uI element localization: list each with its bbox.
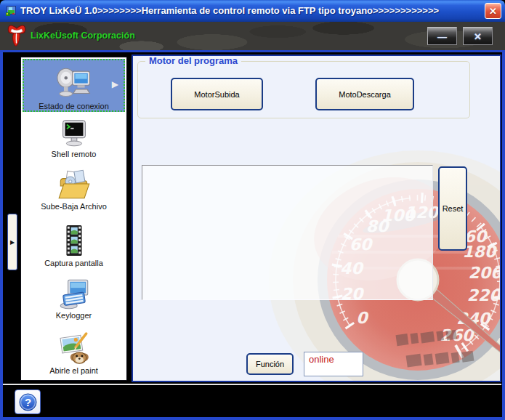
sidebar-item-captura-pantalla[interactable]: Captura pantalla xyxy=(23,219,125,267)
sidebar-item-label: Estado de conexion xyxy=(39,102,109,110)
titlebar: TROY LixKeÜ 1.0>>>>>>>>Herramienta de co… xyxy=(0,0,505,22)
sidebar-item-abirle-el-paint[interactable]: Abirle el paint xyxy=(23,328,125,375)
sidebar-item-label: Sube-Baja Archivo xyxy=(41,202,107,211)
output-listbox[interactable] xyxy=(142,165,433,300)
sidebar-item-keylogger[interactable]: Keylogger xyxy=(23,275,125,320)
paint-icon xyxy=(56,332,92,366)
sidebar-item-estado-de-conexion[interactable]: Estado de conexion ▶ xyxy=(23,59,125,112)
svg-text:200: 200 xyxy=(469,264,501,282)
funcion-button[interactable]: Función xyxy=(246,353,294,375)
close-icon: ✕ xyxy=(489,6,497,17)
sidebar-item-sube-baja-archivo[interactable]: Sube-Baja Archivo xyxy=(23,166,125,211)
minimize-icon: — xyxy=(437,31,447,42)
selected-item-arrow-icon: ▶ xyxy=(112,79,118,89)
titlebar-close-button[interactable]: ✕ xyxy=(485,3,501,19)
help-button[interactable]: ? xyxy=(15,389,41,414)
remote-shell-icon xyxy=(57,118,91,149)
close-icon: ✕ xyxy=(474,31,482,42)
sidebar-item-label: Captura pantalla xyxy=(44,259,103,267)
sidebar-item-label: Keylogger xyxy=(56,311,92,320)
app-window: TROY LixKeÜ 1.0>>>>>>>>Herramienta de co… xyxy=(0,0,505,420)
app-icon xyxy=(5,5,17,17)
screen-capture-icon xyxy=(57,223,91,258)
file-transfer-icon xyxy=(56,169,92,201)
svg-text:0: 0 xyxy=(356,309,369,327)
svg-text:220: 220 xyxy=(467,286,501,304)
header-banner: LixKeÜsoft Corporación — ✕ xyxy=(0,22,505,52)
svg-text:260: 260 xyxy=(440,326,475,344)
svg-text:180: 180 xyxy=(462,243,498,261)
keylogger-icon xyxy=(56,278,92,310)
brand-label: LixKeÜsoft Corporación xyxy=(31,22,135,50)
connection-status-icon xyxy=(54,66,94,101)
reset-button[interactable]: Reset xyxy=(438,166,467,251)
moto-descarga-button[interactable]: MotoDescarga xyxy=(315,78,414,110)
minimize-button[interactable]: — xyxy=(427,27,457,45)
groupbox-title: Motor del programa xyxy=(145,55,241,66)
sidebar-item-shell-remoto[interactable]: Shell remoto xyxy=(23,115,125,158)
tongue-logo-icon xyxy=(5,23,28,49)
bottom-divider xyxy=(3,384,501,385)
sidebar-item-label: Abirle el paint xyxy=(49,366,98,375)
sidebar-item-label: Shell remoto xyxy=(52,150,97,158)
sidebar: Estado de conexion ▶ Shell remoto xyxy=(20,57,127,381)
svg-text:?: ? xyxy=(24,396,31,408)
sidebar-collapse-tab[interactable]: ▶ xyxy=(7,214,17,270)
collapse-arrow-icon: ▶ xyxy=(10,239,15,246)
question-icon: ? xyxy=(18,392,38,412)
window-title: TROY LixKeÜ 1.0>>>>>>>>Herramienta de co… xyxy=(20,0,479,22)
main-panel: 020406080100120160180200220240260 Motor … xyxy=(132,54,501,382)
status-input[interactable]: online xyxy=(304,352,363,376)
header-close-button[interactable]: ✕ xyxy=(463,27,493,45)
motor-subida-button[interactable]: MotorSubida xyxy=(171,78,263,110)
